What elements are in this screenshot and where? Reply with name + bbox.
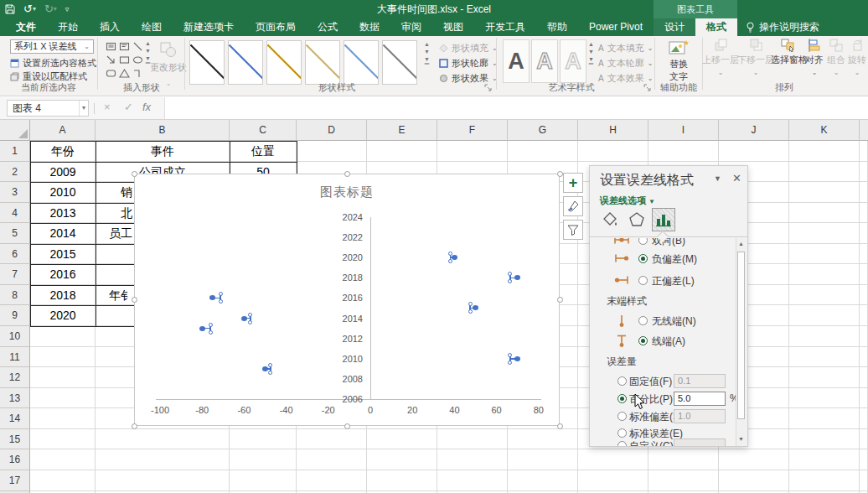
rounded-rectangle-shape-icon[interactable] xyxy=(104,66,117,80)
name-box-dropdown-icon[interactable]: ▾ xyxy=(79,101,88,116)
row-header-15[interactable]: 15 xyxy=(0,429,30,450)
radio-固定值(F)[interactable] xyxy=(617,376,627,386)
data-point-marker[interactable] xyxy=(473,305,478,310)
shape-style-preset-4[interactable] xyxy=(305,40,340,85)
radio-自定义(C)[interactable] xyxy=(617,441,627,447)
column-header-H[interactable]: H xyxy=(578,120,648,141)
column-header-partial[interactable] xyxy=(860,120,868,141)
text-fill-button[interactable]: A文本填充⌄ xyxy=(598,42,653,54)
pane-menu-chevron-icon[interactable]: ▼ xyxy=(714,174,721,183)
chart-resize-handle[interactable] xyxy=(132,171,137,177)
scroll-up-icon[interactable]: ▲ xyxy=(588,40,594,48)
column-header-I[interactable]: I xyxy=(648,120,719,141)
chart-title[interactable]: 图表标题 xyxy=(135,184,559,200)
tab-审阅[interactable]: 审阅 xyxy=(390,18,432,36)
column-header-E[interactable]: E xyxy=(367,120,437,141)
specify-value-button[interactable] xyxy=(674,439,726,447)
column-header-D[interactable]: D xyxy=(297,120,367,141)
radio-双向(B)[interactable] xyxy=(638,238,648,245)
scroll-down-icon[interactable]: ▼ xyxy=(736,433,746,444)
tab-开始[interactable]: 开始 xyxy=(47,18,89,36)
shape-style-preset-1[interactable] xyxy=(189,40,225,85)
reset-to-match-style-button[interactable]: 重设以匹配样式 xyxy=(10,70,87,83)
elbow-connector-shape-icon[interactable] xyxy=(131,66,144,80)
oval-shape-icon[interactable] xyxy=(131,53,144,66)
row-header-3[interactable]: 3 xyxy=(0,182,30,203)
cell-A1[interactable]: 年份 xyxy=(30,141,96,162)
dialog-launcher-icon[interactable] xyxy=(484,84,492,91)
cell-B5[interactable]: 员工 xyxy=(96,223,134,244)
chart[interactable]: 图表标题 20062008201020122014201620182020202… xyxy=(134,174,560,426)
arrange-button-3[interactable]: 选择窗格 xyxy=(771,39,804,66)
scroll-down-icon[interactable]: ▼ xyxy=(145,47,151,54)
shape-outline-button[interactable]: 形状轮廓⌄ xyxy=(439,57,498,70)
row-header-2[interactable]: 2 xyxy=(0,162,30,183)
cell-A2[interactable]: 2009 xyxy=(30,162,96,183)
chart-resize-handle[interactable] xyxy=(557,171,563,177)
scroll-down-icon[interactable]: ▼ xyxy=(588,48,594,55)
tab-视图[interactable]: 视图 xyxy=(432,18,474,36)
text-box-shape-icon[interactable] xyxy=(104,39,117,53)
chart-elements-button[interactable]: + xyxy=(563,173,583,193)
error-bar-options-icon[interactable] xyxy=(652,208,675,231)
alt-text-button[interactable]: 替换 文字 xyxy=(661,39,696,83)
column-header-A[interactable]: A xyxy=(30,120,96,141)
data-point-marker[interactable] xyxy=(209,295,215,300)
cell-B3[interactable]: 销 xyxy=(96,182,134,203)
scroll-up-icon[interactable]: ▲ xyxy=(145,39,151,47)
tab-绘图[interactable]: 绘图 xyxy=(131,18,173,36)
name-box[interactable]: 图表 4 ▾ xyxy=(7,100,89,117)
radio-百分比(P)[interactable] xyxy=(617,394,627,403)
tab-页面布局[interactable]: 页面布局 xyxy=(245,18,307,36)
chart-resize-handle[interactable] xyxy=(557,423,563,429)
data-point-marker[interactable] xyxy=(514,356,520,361)
arrow-shape-icon[interactable] xyxy=(104,53,117,66)
cell-B1[interactable]: 事件 xyxy=(96,141,230,162)
tab-开发工具[interactable]: 开发工具 xyxy=(474,18,536,36)
chart-resize-handle[interactable] xyxy=(344,171,350,177)
scroll-up-icon[interactable]: ▲ xyxy=(424,40,430,48)
select-all-corner[interactable] xyxy=(0,120,30,141)
row-header-16[interactable]: 16 xyxy=(0,449,30,470)
row-header-12[interactable]: 12 xyxy=(0,367,30,388)
enter-icon[interactable]: ✓ xyxy=(124,101,133,113)
row-header-1[interactable]: 1 xyxy=(0,141,30,162)
horizontal-text-box-shape-icon[interactable] xyxy=(117,39,131,53)
insert-function-icon[interactable]: fx xyxy=(142,101,151,113)
column-header-F[interactable]: F xyxy=(437,120,508,141)
cell-A3[interactable]: 2010 xyxy=(30,182,96,203)
wordart-style-3[interactable]: A xyxy=(560,39,586,83)
shape-style-preset-2[interactable] xyxy=(228,40,263,85)
tab-设计[interactable]: 设计 xyxy=(654,18,695,36)
rectangle-shape-icon[interactable] xyxy=(117,53,131,66)
cell-A6[interactable]: 2015 xyxy=(30,244,96,265)
shape-style-preset-5[interactable] xyxy=(344,40,379,85)
chart-styles-button[interactable] xyxy=(563,196,583,216)
data-point-marker[interactable] xyxy=(262,366,268,371)
triangle-shape-icon[interactable] xyxy=(117,66,131,80)
row-header-14[interactable]: 14 xyxy=(0,408,30,429)
cell-A5[interactable]: 2014 xyxy=(30,223,96,244)
row-header-9[interactable]: 9 xyxy=(0,305,30,326)
cancel-icon[interactable]: × xyxy=(104,101,111,113)
chart-resize-handle[interactable] xyxy=(344,423,350,429)
error-bar-options-label[interactable]: 误差线选项 ▼ xyxy=(600,195,655,207)
row-header-11[interactable]: 11 xyxy=(0,347,30,368)
arrange-button-4[interactable]: 对齐⌄ xyxy=(803,39,826,76)
cell-A4[interactable]: 2013 xyxy=(30,203,96,224)
chart-element-selector-dropdown[interactable]: 系列1 X 误差线 ⌄ xyxy=(10,39,94,54)
cell-C1[interactable]: 位置 xyxy=(230,141,297,162)
radio-线端(A)[interactable] xyxy=(638,336,648,345)
row-header-5[interactable]: 5 xyxy=(0,223,30,244)
chart-resize-handle[interactable] xyxy=(557,297,563,303)
dialog-launcher-icon[interactable] xyxy=(643,84,651,91)
data-point-marker[interactable] xyxy=(199,326,205,331)
cell-A9[interactable]: 2020 xyxy=(30,305,96,326)
fill-icon[interactable] xyxy=(598,208,622,231)
row-header-7[interactable]: 7 xyxy=(0,264,30,285)
wordart-style-1[interactable]: A xyxy=(503,39,530,83)
radio-无线端(N)[interactable] xyxy=(638,316,648,325)
radio-标准误差(E)[interactable] xyxy=(617,428,627,438)
tab-帮助[interactable]: 帮助 xyxy=(536,18,578,36)
column-header-C[interactable]: C xyxy=(230,120,297,141)
